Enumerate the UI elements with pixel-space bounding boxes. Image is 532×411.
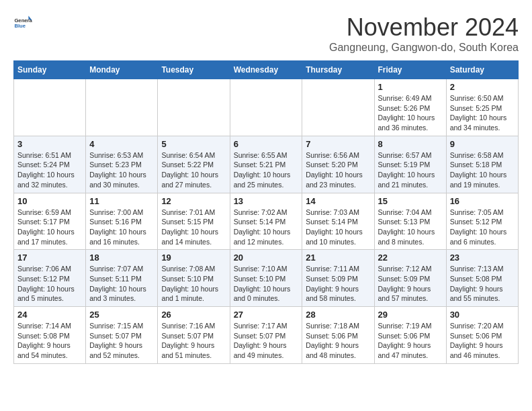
calendar-cell	[86, 79, 158, 136]
day-number: 25	[89, 310, 154, 320]
day-number: 9	[450, 139, 515, 149]
calendar-cell	[302, 79, 374, 136]
day-number: 18	[89, 253, 154, 263]
calendar-cell: 13Sunrise: 7:02 AM Sunset: 5:14 PM Dayli…	[230, 193, 302, 250]
col-wednesday: Wednesday	[230, 61, 302, 79]
calendar-cell: 22Sunrise: 7:12 AM Sunset: 5:09 PM Dayli…	[374, 250, 446, 307]
day-number: 21	[306, 253, 370, 263]
col-tuesday: Tuesday	[158, 61, 230, 79]
col-thursday: Thursday	[302, 61, 374, 79]
day-number: 19	[161, 253, 226, 263]
calendar-cell: 10Sunrise: 6:59 AM Sunset: 5:17 PM Dayli…	[14, 193, 86, 250]
calendar-week-row: 3Sunrise: 6:51 AM Sunset: 5:24 PM Daylig…	[14, 136, 519, 193]
col-friday: Friday	[374, 61, 446, 79]
day-info: Sunrise: 6:53 AM Sunset: 5:23 PM Dayligh…	[89, 150, 154, 190]
day-info: Sunrise: 6:50 AM Sunset: 5:25 PM Dayligh…	[450, 93, 515, 133]
calendar-cell: 15Sunrise: 7:04 AM Sunset: 5:13 PM Dayli…	[374, 193, 446, 250]
day-number: 13	[234, 196, 299, 206]
calendar-cell	[230, 79, 302, 136]
calendar-cell: 19Sunrise: 7:08 AM Sunset: 5:10 PM Dayli…	[158, 250, 230, 307]
day-number: 12	[161, 196, 226, 206]
calendar-week-row: 17Sunrise: 7:06 AM Sunset: 5:12 PM Dayli…	[14, 250, 519, 307]
day-number: 8	[378, 139, 443, 149]
day-info: Sunrise: 7:06 AM Sunset: 5:12 PM Dayligh…	[17, 264, 82, 304]
day-info: Sunrise: 6:56 AM Sunset: 5:20 PM Dayligh…	[306, 150, 370, 190]
calendar-cell: 4Sunrise: 6:53 AM Sunset: 5:23 PM Daylig…	[86, 136, 158, 193]
calendar-cell: 26Sunrise: 7:16 AM Sunset: 5:07 PM Dayli…	[158, 307, 230, 364]
col-saturday: Saturday	[446, 61, 518, 79]
calendar-cell: 21Sunrise: 7:11 AM Sunset: 5:09 PM Dayli…	[302, 250, 374, 307]
location-title: Gangneung, Gangwon-do, South Korea	[329, 42, 519, 54]
day-info: Sunrise: 7:11 AM Sunset: 5:09 PM Dayligh…	[306, 264, 370, 304]
calendar-week-row: 10Sunrise: 6:59 AM Sunset: 5:17 PM Dayli…	[14, 193, 519, 250]
day-info: Sunrise: 6:55 AM Sunset: 5:21 PM Dayligh…	[234, 150, 299, 190]
calendar-cell	[158, 79, 230, 136]
day-number: 27	[234, 310, 299, 320]
svg-text:Blue: Blue	[14, 23, 26, 29]
day-number: 6	[234, 139, 299, 149]
calendar-cell: 5Sunrise: 6:54 AM Sunset: 5:22 PM Daylig…	[158, 136, 230, 193]
day-info: Sunrise: 7:00 AM Sunset: 5:16 PM Dayligh…	[89, 208, 154, 247]
calendar-cell	[14, 79, 86, 136]
day-number: 17	[17, 253, 82, 263]
day-number: 4	[89, 139, 154, 149]
calendar-cell: 1Sunrise: 6:49 AM Sunset: 5:26 PM Daylig…	[374, 79, 446, 136]
col-monday: Monday	[86, 61, 158, 79]
calendar-cell: 6Sunrise: 6:55 AM Sunset: 5:21 PM Daylig…	[230, 136, 302, 193]
calendar-cell: 20Sunrise: 7:10 AM Sunset: 5:10 PM Dayli…	[230, 250, 302, 307]
calendar-cell: 2Sunrise: 6:50 AM Sunset: 5:25 PM Daylig…	[446, 79, 518, 136]
day-number: 26	[161, 310, 226, 320]
calendar-cell: 9Sunrise: 6:58 AM Sunset: 5:18 PM Daylig…	[446, 136, 518, 193]
day-number: 20	[234, 253, 299, 263]
day-info: Sunrise: 7:02 AM Sunset: 5:14 PM Dayligh…	[234, 208, 299, 247]
logo-icon: General Blue	[13, 13, 32, 32]
day-number: 24	[17, 310, 82, 320]
day-info: Sunrise: 6:58 AM Sunset: 5:18 PM Dayligh…	[450, 150, 515, 190]
day-info: Sunrise: 7:13 AM Sunset: 5:08 PM Dayligh…	[450, 264, 515, 304]
day-info: Sunrise: 7:05 AM Sunset: 5:12 PM Dayligh…	[450, 208, 515, 247]
day-number: 15	[378, 196, 443, 206]
day-info: Sunrise: 6:54 AM Sunset: 5:22 PM Dayligh…	[161, 150, 226, 190]
title-section: November 2024 Gangneung, Gangwon-do, Sou…	[329, 13, 519, 54]
calendar-cell: 27Sunrise: 7:17 AM Sunset: 5:07 PM Dayli…	[230, 307, 302, 364]
calendar-cell: 16Sunrise: 7:05 AM Sunset: 5:12 PM Dayli…	[446, 193, 518, 250]
day-number: 3	[17, 139, 82, 149]
calendar-cell: 28Sunrise: 7:18 AM Sunset: 5:06 PM Dayli…	[302, 307, 374, 364]
calendar-table: Sunday Monday Tuesday Wednesday Thursday…	[13, 60, 519, 364]
day-info: Sunrise: 7:16 AM Sunset: 5:07 PM Dayligh…	[161, 321, 226, 361]
day-info: Sunrise: 7:04 AM Sunset: 5:13 PM Dayligh…	[378, 208, 443, 247]
col-sunday: Sunday	[14, 61, 86, 79]
day-number: 5	[161, 139, 226, 149]
calendar-cell: 25Sunrise: 7:15 AM Sunset: 5:07 PM Dayli…	[86, 307, 158, 364]
day-info: Sunrise: 6:59 AM Sunset: 5:17 PM Dayligh…	[17, 208, 82, 247]
day-number: 7	[306, 139, 370, 149]
calendar-cell: 14Sunrise: 7:03 AM Sunset: 5:14 PM Dayli…	[302, 193, 374, 250]
day-info: Sunrise: 7:18 AM Sunset: 5:06 PM Dayligh…	[306, 321, 370, 361]
day-info: Sunrise: 7:08 AM Sunset: 5:10 PM Dayligh…	[161, 264, 226, 304]
calendar-cell: 23Sunrise: 7:13 AM Sunset: 5:08 PM Dayli…	[446, 250, 518, 307]
day-number: 14	[306, 196, 370, 206]
day-info: Sunrise: 7:19 AM Sunset: 5:06 PM Dayligh…	[378, 321, 443, 361]
calendar-cell: 29Sunrise: 7:19 AM Sunset: 5:06 PM Dayli…	[374, 307, 446, 364]
day-number: 1	[378, 82, 443, 92]
calendar-week-row: 1Sunrise: 6:49 AM Sunset: 5:26 PM Daylig…	[14, 79, 519, 136]
day-number: 22	[378, 253, 443, 263]
day-number: 23	[450, 253, 515, 263]
month-title: November 2024	[329, 13, 519, 42]
day-number: 10	[17, 196, 82, 206]
calendar-cell: 30Sunrise: 7:20 AM Sunset: 5:06 PM Dayli…	[446, 307, 518, 364]
calendar-cell: 8Sunrise: 6:57 AM Sunset: 5:19 PM Daylig…	[374, 136, 446, 193]
calendar-week-row: 24Sunrise: 7:14 AM Sunset: 5:08 PM Dayli…	[14, 307, 519, 364]
calendar-cell: 12Sunrise: 7:01 AM Sunset: 5:15 PM Dayli…	[158, 193, 230, 250]
calendar-cell: 3Sunrise: 6:51 AM Sunset: 5:24 PM Daylig…	[14, 136, 86, 193]
day-info: Sunrise: 7:03 AM Sunset: 5:14 PM Dayligh…	[306, 208, 370, 247]
day-info: Sunrise: 7:07 AM Sunset: 5:11 PM Dayligh…	[89, 264, 154, 304]
day-info: Sunrise: 6:49 AM Sunset: 5:26 PM Dayligh…	[378, 93, 443, 133]
calendar-cell: 18Sunrise: 7:07 AM Sunset: 5:11 PM Dayli…	[86, 250, 158, 307]
header: General Blue November 2024 Gangneung, Ga…	[13, 13, 519, 54]
day-info: Sunrise: 6:57 AM Sunset: 5:19 PM Dayligh…	[378, 150, 443, 190]
day-number: 2	[450, 82, 515, 92]
day-info: Sunrise: 7:14 AM Sunset: 5:08 PM Dayligh…	[17, 321, 82, 361]
calendar-cell: 7Sunrise: 6:56 AM Sunset: 5:20 PM Daylig…	[302, 136, 374, 193]
day-number: 30	[450, 310, 515, 320]
